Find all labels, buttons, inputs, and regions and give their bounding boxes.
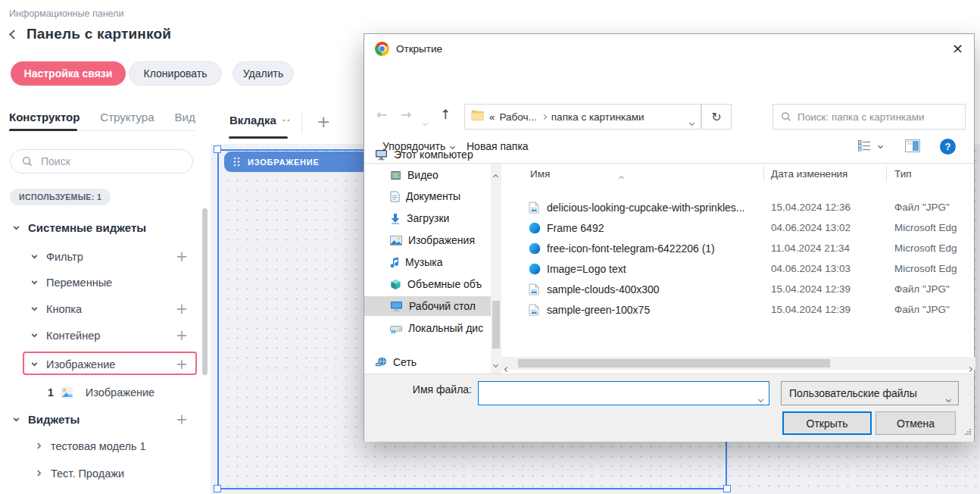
tree-group-widgets[interactable]: Виджеты +	[0, 409, 198, 430]
filetype-select[interactable]: Пользовательские файлы	[781, 381, 959, 405]
file-row[interactable]: Frame 6492 04.06.2024 13:02 Microsoft Ed…	[501, 217, 975, 238]
add-widget-icon[interactable]: +	[176, 412, 188, 427]
nav-videos[interactable]: Видео	[364, 165, 491, 185]
back-arrow-icon[interactable]: ←	[376, 107, 387, 122]
forward-arrow-icon[interactable]: →	[401, 107, 411, 122]
dialog-titlebar[interactable]: Открытие ×	[364, 34, 974, 63]
column-separator[interactable]	[886, 166, 887, 182]
selection-handle-bottom-right[interactable]	[723, 485, 731, 492]
add-container-icon[interactable]: +	[176, 328, 188, 342]
column-separator[interactable]	[763, 166, 764, 182]
nav-local-disk[interactable]: Локальный дис	[364, 318, 491, 338]
nav-network[interactable]: Сеть	[364, 352, 491, 372]
page-title: Панель с картинкой	[27, 26, 171, 42]
file-row[interactable]: sample-clouds-400x300 15.04.2024 12:39 Ф…	[501, 279, 975, 299]
clone-button[interactable]: Клонировать	[129, 61, 222, 86]
nav-scrollbar-thumb[interactable]	[492, 301, 500, 349]
add-image-icon[interactable]: +	[176, 357, 188, 371]
tree-group-system-widgets[interactable]: Системные виджеты	[0, 217, 198, 238]
refresh-icon[interactable]: ↻	[701, 104, 732, 130]
nav-pictures[interactable]: Изображения	[364, 230, 491, 250]
path-prefix: «	[489, 111, 495, 123]
resize-grip-icon[interactable]	[964, 425, 972, 439]
computer-icon	[375, 149, 388, 161]
tab-structure[interactable]: Структура	[100, 111, 154, 133]
chrome-icon	[375, 42, 389, 56]
file-row[interactable]: free-icon-font-telegram-6422206 (1) 11.0…	[501, 238, 975, 258]
tab-menu-dots-icon[interactable]: ··	[282, 114, 292, 127]
dialog-search-box	[772, 104, 966, 130]
link-settings-button[interactable]: Настройка связи	[11, 61, 126, 86]
tab-view[interactable]: Вид	[175, 111, 195, 133]
dialog-search-input[interactable]	[773, 105, 965, 129]
selection-handle-top-left[interactable]	[214, 145, 221, 153]
scroll-down-icon[interactable]	[494, 356, 498, 370]
widget-search	[10, 149, 193, 174]
filename-dropdown-icon[interactable]	[759, 391, 763, 405]
horizontal-scrollbar-thumb[interactable]	[518, 359, 830, 367]
file-row[interactable]: delicious-looking-cupcake-with-sprinkles…	[501, 197, 975, 217]
tree-item-image[interactable]: Изображение +	[0, 354, 198, 374]
chevron-right-icon	[35, 442, 43, 450]
add-button-icon[interactable]: +	[176, 302, 188, 316]
filename-input[interactable]	[478, 381, 769, 405]
column-header-type[interactable]: Тип	[894, 164, 912, 183]
nav-3d-objects[interactable]: Объемные объ	[364, 274, 491, 294]
preview-pane-icon[interactable]	[905, 139, 920, 155]
nav-downloads[interactable]: Загрузки	[364, 208, 491, 228]
address-dropdown-icon[interactable]	[690, 114, 694, 128]
add-filter-icon[interactable]: +	[176, 249, 188, 264]
jpg-file-icon	[529, 304, 539, 316]
nav-music[interactable]: Музыка	[364, 252, 491, 272]
nav-this-pc[interactable]: Этот компьютер	[364, 145, 491, 164]
file-row[interactable]: Image=Logo text 04.06.2024 13:03 Microso…	[501, 258, 975, 279]
back-chevron-icon[interactable]	[11, 31, 17, 38]
nav-desktop[interactable]: Рабочий стол	[364, 296, 491, 316]
scroll-right-icon[interactable]	[968, 361, 972, 374]
open-button[interactable]: Открыть	[782, 411, 872, 435]
close-icon[interactable]: ×	[952, 42, 963, 55]
tree-item-test-sales[interactable]: Тест. Продажи	[0, 463, 198, 483]
scroll-up-icon[interactable]	[494, 168, 498, 182]
drag-handle-icon[interactable]	[233, 157, 240, 167]
delete-button[interactable]: Удалить	[233, 61, 294, 86]
tree-item-variables[interactable]: Переменные	[0, 272, 198, 292]
path-current-folder[interactable]: папка с картинками	[551, 111, 644, 123]
scroll-left-icon[interactable]	[505, 361, 509, 374]
breadcrumb[interactable]: Информационные панели	[9, 8, 123, 19]
file-list: Имя Дата изменения Тип delicious-looking…	[501, 164, 975, 374]
up-arrow-icon[interactable]: ↑	[440, 107, 451, 122]
sidebar-scrollbar[interactable]	[202, 208, 208, 375]
history-chevron-icon[interactable]	[423, 114, 427, 128]
tree-item-test-model[interactable]: тестовая модель 1	[0, 436, 198, 456]
search-input[interactable]	[10, 149, 193, 174]
tree-item-image-instance[interactable]: 1 Изображение	[0, 382, 198, 402]
tree-item-button[interactable]: Кнопка +	[0, 299, 198, 319]
nav-documents[interactable]: Документы	[364, 186, 491, 206]
search-icon	[22, 156, 33, 170]
filename-label: Имя файла:	[364, 383, 472, 396]
nav-scrollbar[interactable]	[491, 164, 501, 374]
path-parent[interactable]: Рабоч...	[500, 111, 537, 123]
address-bar[interactable]: « Рабоч... папка с картинками	[464, 104, 701, 130]
horizontal-scrollbar[interactable]	[501, 357, 975, 370]
cube-icon	[390, 279, 401, 290]
disk-icon	[390, 324, 402, 333]
column-header-date[interactable]: Дата изменения	[771, 164, 847, 183]
help-button[interactable]: ?	[940, 139, 956, 155]
view-mode-caret-icon	[879, 144, 882, 148]
details-view-icon	[858, 140, 871, 152]
search-icon	[781, 111, 791, 125]
view-mode-button[interactable]	[858, 140, 882, 152]
add-tab-button[interactable]: +	[317, 112, 330, 131]
tree-item-container[interactable]: Контейнер +	[0, 325, 198, 345]
file-row[interactable]: sample-green-100x75 15.04.2024 12:39 Фай…	[501, 299, 975, 320]
column-header-name[interactable]: Имя	[530, 164, 550, 183]
tree-item-filter[interactable]: Фильтр +	[0, 246, 198, 267]
jpg-file-icon	[529, 202, 539, 214]
cancel-button[interactable]: Отмена	[875, 411, 956, 435]
dialog-title: Открытие	[396, 43, 442, 55]
canvas-tab[interactable]: Вкладка ··	[229, 114, 292, 127]
sort-ascending-icon	[620, 170, 623, 183]
selection-handle-bottom-left[interactable]	[214, 485, 221, 492]
